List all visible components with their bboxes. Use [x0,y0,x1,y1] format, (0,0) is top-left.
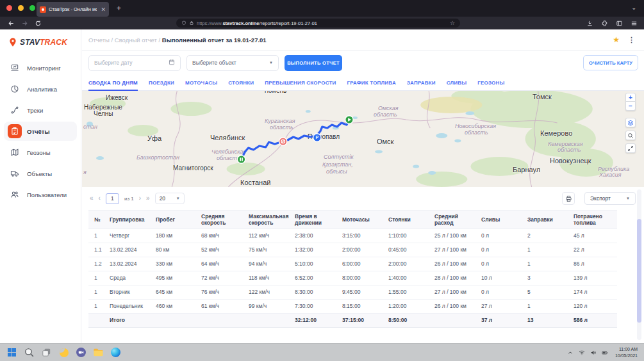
date-input[interactable]: Выберите дату [88,55,181,71]
sidebar-item-geozones[interactable]: Геозоны [4,143,77,162]
window-maximize-button[interactable] [29,5,35,11]
edge-taskbar-button[interactable] [110,347,121,358]
wifi-icon[interactable] [579,349,585,356]
teams-chat-button[interactable] [76,347,87,358]
favorite-star-icon[interactable]: ★ [613,35,620,44]
export-select[interactable]: Экспорт ▼ [584,192,636,205]
volume-icon[interactable] [590,349,597,356]
page-number-input[interactable] [106,193,119,204]
column-header-8[interactable]: Средний расход [434,211,481,229]
map[interactable]: ТюменьИжевскНабережныеЧелныУфаЧелябинскМ… [82,91,644,187]
start-button[interactable] [6,347,17,358]
browser-tab[interactable]: СтавТрэк - Онлайн мониторин ✕ [37,2,109,17]
table-cell: 0:45:00 [388,243,434,257]
next-page-icon[interactable]: › [139,195,141,202]
column-header-5[interactable]: Время в движении [295,211,342,229]
sidebar-item-objects[interactable]: Объекты [4,164,77,183]
table-cell: 1 [88,285,110,300]
sidebar-toggle-icon[interactable] [616,20,623,27]
sidebar: STAVTRACK МониторингАналитикаТрекиОтчёты… [0,29,81,343]
clear-map-button[interactable]: ОЧИСТИТЬ КАРТУ [583,55,638,70]
page-size-select[interactable]: 20 ▼ [155,193,185,204]
map-marker-parking[interactable]: P [313,134,321,141]
table-cell: 1:32:00 [295,243,342,257]
scrollbar-thumb[interactable] [637,219,641,323]
stavtrack-logo[interactable]: STAVTRACK [0,29,81,54]
breadcrumb-reports[interactable]: Отчеты [88,36,110,44]
track-route-line[interactable] [242,120,349,159]
tray-chevron-up-icon[interactable] [567,349,574,356]
table-row[interactable]: 1.213.02.2024330 км64 км/ч94 км/ч5:10:00… [88,257,617,271]
column-header-10[interactable]: Заправки [527,211,574,229]
column-header-2[interactable]: Пробег [156,211,201,229]
breadcrumb-summary-report[interactable]: Сводный отчет [115,36,157,44]
column-header-7[interactable]: Стоянки [388,211,434,229]
bookmark-star-icon[interactable]: ☆ [450,20,455,26]
map-zoom-in-button[interactable]: + [625,93,636,102]
tab-daily-summary[interactable]: СВОДКА ПО ДНЯМ [88,80,138,90]
tracking-shield-icon[interactable] [181,20,186,26]
table-row[interactable]: 1Четверг180 км68 км/ч112 км/ч2:38:003:15… [88,229,617,243]
table-cell: 1 [527,257,574,271]
kebab-menu-icon[interactable]: ⋮ [628,36,635,44]
column-header-9[interactable]: Сливы [481,211,527,229]
table-row[interactable]: 1Понедельник460 км61 км/ч99 км/ч7:30:008… [88,300,617,314]
taskbar-search-button[interactable] [24,347,35,358]
sidebar-item-analytics[interactable]: Аналитика [4,79,77,99]
table-row[interactable]: 1Среда495 км72 км/ч118 км/ч6:52:008:00:0… [88,271,617,285]
map-marker-start[interactable] [345,116,353,124]
print-button[interactable] [562,192,575,205]
lock-icon[interactable] [189,20,194,26]
sidebar-item-tracks[interactable]: Треки [4,100,77,120]
window-minimize-button[interactable] [18,5,24,11]
tab-geozones[interactable]: ГЕОЗОНЫ [477,80,504,90]
tab-list-chevron-icon[interactable]: ⌄ [631,4,636,11]
table-totals-row[interactable]: Итого32:12:0037:15:008:50:0037 л13586 л [88,314,617,328]
map-search-button[interactable] [625,131,636,140]
tab-speeding[interactable]: ПРЕВЫШЕНИЯ СКОРОСТИ [265,80,336,90]
map-layers-button[interactable] [625,118,636,127]
table-row[interactable]: 1.113.02.202480 км52 км/ч75 км/ч1:32:002… [88,243,617,257]
column-header-1[interactable]: Группировка [110,211,156,229]
tab-close-icon[interactable]: ✕ [99,6,106,13]
column-header-6[interactable]: Моточасы [342,211,388,229]
file-explorer-button[interactable] [93,347,104,358]
reload-icon[interactable] [35,20,42,27]
firefox-taskbar-button[interactable] [58,347,69,358]
tab-fuel-chart[interactable]: ГРАФИК ТОПЛИВА [347,80,395,90]
url-bar[interactable]: https://www.stavtrack.online/reports/rep… [176,19,460,28]
new-tab-button[interactable]: + [117,3,121,13]
tab-stops[interactable]: СТОЯНКИ [228,80,254,90]
sidebar-item-users[interactable]: Пользователи [4,185,77,204]
last-page-icon[interactable]: » [146,195,150,202]
table-row[interactable]: 1Вторник645 км76 км/ч122 км/ч8:30:009:45… [88,285,617,300]
sidebar-item-monitoring[interactable]: Мониторинг [4,58,77,77]
run-report-button[interactable]: ВЫПОЛНИТЬ ОТЧЕТ [285,55,342,71]
window-close-button[interactable] [6,5,12,11]
tab-engine-hours[interactable]: МОТОЧАСЫ [185,80,217,90]
tab-drains[interactable]: СЛИВЫ [447,80,467,90]
back-icon[interactable] [8,20,15,27]
downloads-icon[interactable] [586,20,593,27]
map-fullscreen-button[interactable] [625,143,636,153]
map-zoom-out-button[interactable]: − [625,102,636,111]
column-header-3[interactable]: Средняя скорость [201,211,249,229]
first-page-icon[interactable]: « [90,195,94,202]
sidebar-item-reports[interactable]: Отчёты [4,122,77,141]
tab-trips[interactable]: ПОЕЗДКИ [149,80,174,90]
column-header-11[interactable]: Потрачено топлива [574,211,617,229]
object-select[interactable]: Выберите объект ▼ [186,55,279,71]
tab-refuels[interactable]: ЗАПРАВКИ [407,80,436,90]
prev-page-icon[interactable]: ‹ [99,195,101,202]
taskbar-clock[interactable]: 11:00 AM10/05/2021 [615,346,638,359]
map-marker-pause[interactable] [237,156,245,163]
column-header-4[interactable]: Максимальная скорость [249,211,295,229]
forward-icon[interactable] [21,20,28,27]
menu-hamburger-icon[interactable] [631,20,638,27]
map-marker-stop[interactable] [279,138,287,145]
battery-icon[interactable] [602,349,608,356]
task-view-button[interactable] [41,347,52,358]
column-header-0[interactable]: № [88,211,110,229]
extensions-icon[interactable] [601,20,608,27]
filter-row: Выберите дату Выберите объект ▼ ВЫПОЛНИТ… [82,51,644,75]
